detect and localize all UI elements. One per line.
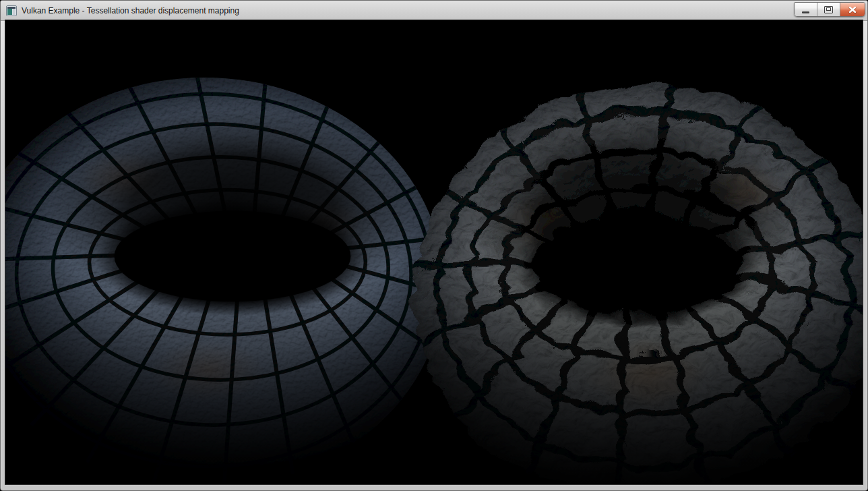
vulkan-example-window: Vulkan Example - Tessellation shader dis… (0, 0, 868, 491)
minimize-button[interactable] (795, 3, 817, 16)
window-controls (794, 2, 865, 17)
close-button[interactable] (840, 3, 865, 16)
close-icon (848, 6, 857, 13)
tessellation-scene (5, 20, 863, 484)
application-window-icon[interactable] (6, 5, 17, 16)
titlebar[interactable]: Vulkan Example - Tessellation shader dis… (1, 1, 867, 21)
maximize-icon (824, 6, 833, 13)
maximize-button[interactable] (817, 3, 840, 16)
render-viewport[interactable] (5, 20, 863, 484)
scene-vignette (5, 20, 863, 484)
minimize-icon (802, 11, 809, 13)
window-title: Vulkan Example - Tessellation shader dis… (22, 6, 239, 16)
